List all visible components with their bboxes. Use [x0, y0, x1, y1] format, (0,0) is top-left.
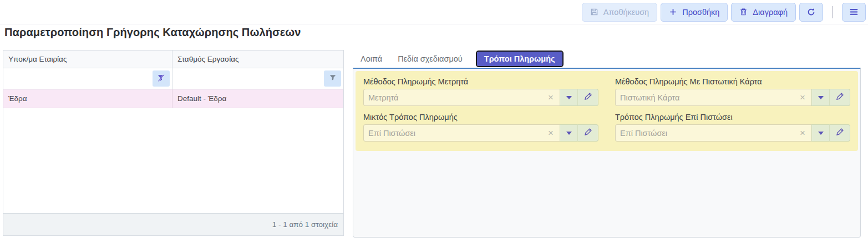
refresh-button[interactable]	[799, 3, 823, 22]
filter-button[interactable]	[324, 70, 341, 87]
cell-company-branch[interactable]: Έδρα	[3, 89, 172, 108]
cash-payment-value-box[interactable]: Μετρητά ×	[363, 89, 560, 106]
payment-methods-fieldset: Μέθοδος Πληρωμής Μετρητά Μετρητά × Μέθο	[356, 71, 858, 151]
branches-table: Υποκ/μα Εταιρίας Σταθμός Εργασίας Έδρα D…	[3, 50, 344, 236]
filter-cell-company-branch	[3, 68, 172, 89]
combo-value: Μετρητά	[368, 93, 546, 102]
tab-payment-methods[interactable]: Τρόποι Πληρωμής	[477, 52, 562, 66]
field-label: Μέθοδος Πληρωμής Μετρητά	[363, 77, 598, 86]
filter-icon	[329, 74, 337, 83]
delete-button[interactable]: Διαγραφή	[731, 3, 796, 22]
plus-icon	[669, 8, 677, 16]
hamburger-icon	[849, 7, 859, 17]
menu-button[interactable]	[842, 3, 866, 22]
pencil-icon	[584, 128, 592, 138]
clear-icon[interactable]: ×	[546, 128, 555, 138]
field-label: Μικτός Τρόπος Πληρωμής	[363, 113, 598, 122]
tab-design-fields[interactable]: Πεδία σχεδιασμού	[391, 52, 469, 66]
field-mixed-payment-method: Μικτός Τρόπος Πληρωμής Επί Πιστώσει ×	[363, 113, 598, 142]
column-header-company-branch[interactable]: Υποκ/μα Εταιρίας	[3, 51, 172, 68]
edit-button[interactable]	[830, 124, 850, 142]
clear-filter-button[interactable]	[153, 70, 170, 87]
field-label: Μέθοδος Πληρωμής Με Πιστωτική Κάρτα	[615, 77, 850, 86]
credit-card-value-box[interactable]: Πιστωτική Κάρτα ×	[615, 89, 811, 106]
on-credit-payment-combo: Επί Πιστώσει ×	[615, 124, 850, 142]
filter-off-icon	[157, 74, 165, 84]
dropdown-toggle[interactable]	[811, 89, 830, 106]
save-button-label: Αποθήκευση	[603, 8, 649, 17]
tab-bar: Λοιπά Πεδία σχεδιασμού Τρόποι Πληρωμής	[353, 50, 861, 68]
on-credit-value-box[interactable]: Επί Πιστώσει ×	[615, 124, 811, 142]
table-header-row: Υποκ/μα Εταιρίας Σταθμός Εργασίας	[3, 51, 343, 68]
field-credit-card-payment-method: Μέθοδος Πληρωμής Με Πιστωτική Κάρτα Πιστ…	[615, 77, 850, 106]
page-title: Παραμετροποίηση Γρήγορης Καταχώρησης Πωλ…	[4, 26, 301, 39]
cell-workstation[interactable]: Default - Έδρα	[172, 89, 343, 108]
field-label: Τρόπος Πληρωμής Επί Πιστώσει	[615, 113, 850, 122]
combo-value: Επί Πιστώσει	[368, 129, 546, 138]
table-filter-row	[3, 68, 343, 89]
delete-button-label: Διαγραφή	[753, 8, 788, 17]
chevron-down-icon	[818, 132, 824, 135]
edit-button[interactable]	[578, 124, 598, 142]
save-icon	[590, 8, 598, 16]
details-panel: Λοιπά Πεδία σχεδιασμού Τρόποι Πληρωμής Μ…	[353, 50, 861, 238]
clear-icon[interactable]: ×	[798, 93, 807, 102]
cash-payment-combo: Μετρητά ×	[363, 89, 598, 106]
dropdown-toggle[interactable]	[811, 124, 830, 142]
save-button[interactable]: Αποθήκευση	[582, 3, 657, 22]
add-button-label: Προσθήκη	[682, 8, 719, 17]
filter-cell-workstation	[172, 68, 343, 89]
dropdown-toggle[interactable]	[560, 89, 578, 106]
toolbar: Αποθήκευση Προσθήκη Διαγραφή	[0, 0, 868, 24]
workstation-filter-input[interactable]	[172, 68, 324, 89]
clear-icon[interactable]: ×	[546, 93, 555, 102]
credit-card-payment-combo: Πιστωτική Κάρτα ×	[615, 89, 850, 106]
combo-value: Επί Πιστώσει	[620, 129, 798, 138]
mixed-payment-value-box[interactable]: Επί Πιστώσει ×	[363, 124, 560, 142]
pencil-icon	[836, 128, 844, 138]
column-header-workstation[interactable]: Σταθμός Εργασίας	[172, 51, 343, 68]
company-branch-filter-input[interactable]	[3, 68, 153, 89]
refresh-icon	[806, 7, 816, 17]
chevron-down-icon	[566, 96, 572, 99]
field-cash-payment-method: Μέθοδος Πληρωμής Μετρητά Μετρητά ×	[363, 77, 598, 106]
table-empty-area	[3, 108, 343, 213]
mixed-payment-combo: Επί Πιστώσει ×	[363, 124, 598, 142]
chevron-down-icon	[566, 132, 572, 135]
clear-icon[interactable]: ×	[798, 128, 807, 138]
table-pagination: 1 - 1 από 1 στοιχεία	[3, 213, 343, 235]
edit-button[interactable]	[830, 89, 850, 106]
toolbar-separator	[832, 6, 833, 18]
pagination-info: 1 - 1 από 1 στοιχεία	[272, 220, 338, 229]
tab-other[interactable]: Λοιπά	[354, 52, 389, 66]
pencil-icon	[584, 92, 592, 103]
field-on-credit-payment-method: Τρόπος Πληρωμής Επί Πιστώσει Επί Πιστώσε…	[615, 113, 850, 142]
chevron-down-icon	[818, 96, 824, 99]
dropdown-toggle[interactable]	[560, 124, 578, 142]
edit-button[interactable]	[578, 89, 598, 106]
combo-value: Πιστωτική Κάρτα	[620, 93, 798, 102]
trash-icon	[739, 8, 748, 16]
table-row[interactable]: Έδρα Default - Έδρα	[3, 89, 343, 108]
tab-content: Μέθοδος Πληρωμής Μετρητά Μετρητά × Μέθο	[353, 68, 861, 238]
pencil-icon	[836, 92, 844, 103]
add-button[interactable]: Προσθήκη	[661, 3, 728, 22]
